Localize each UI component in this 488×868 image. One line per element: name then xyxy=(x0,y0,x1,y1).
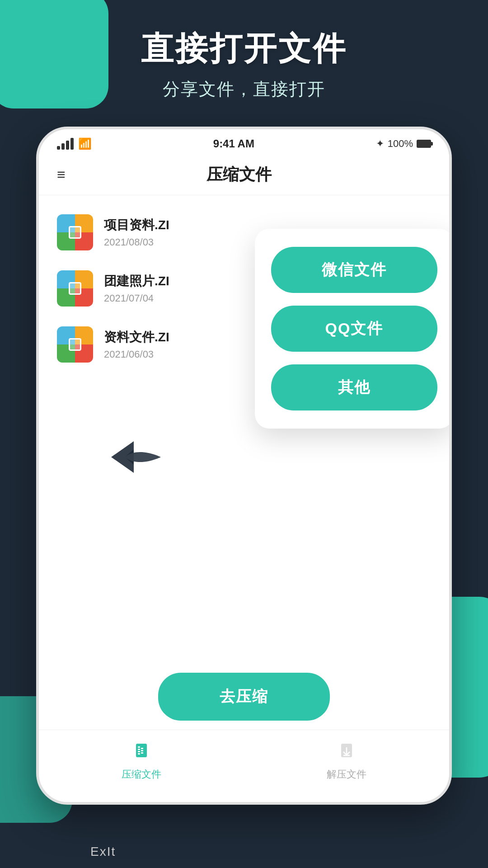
battery-icon xyxy=(417,140,431,148)
svg-rect-2 xyxy=(138,746,140,748)
phone-mockup: 📶 9:41 AM ✦ 100% ≡ 压缩文件 项目资料.ZI xyxy=(36,127,452,805)
svg-rect-5 xyxy=(138,753,140,755)
file-icon xyxy=(57,326,93,363)
tab-decompress-files[interactable]: 解压文件 xyxy=(327,742,366,781)
svg-rect-3 xyxy=(138,749,140,750)
battery-percent: 100% xyxy=(388,138,413,150)
tab-bar: 压缩文件 解压文件 xyxy=(39,730,449,802)
svg-rect-4 xyxy=(138,751,140,752)
svg-rect-7 xyxy=(141,750,143,751)
status-bar: 📶 9:41 AM ✦ 100% xyxy=(39,129,449,155)
compress-tab-icon xyxy=(132,742,150,764)
svg-rect-8 xyxy=(141,752,143,754)
tab-compress-label: 压缩文件 xyxy=(122,768,161,781)
signal-icon xyxy=(57,138,74,150)
signal-bar-4 xyxy=(70,138,74,150)
popup-card: 微信文件 QQ文件 其他 xyxy=(255,229,452,429)
hamburger-menu-icon[interactable]: ≡ xyxy=(57,166,66,183)
arrow-container xyxy=(111,437,165,479)
wifi-icon: 📶 xyxy=(78,137,92,150)
qq-file-button[interactable]: QQ文件 xyxy=(271,306,437,352)
svg-rect-6 xyxy=(141,748,143,749)
exit-button-area[interactable]: ExIt xyxy=(90,844,116,859)
other-file-button[interactable]: 其他 xyxy=(271,364,437,410)
sub-title: 分享文件，直接打开 xyxy=(0,78,488,101)
decompress-tab-icon xyxy=(338,742,356,764)
wechat-file-button[interactable]: 微信文件 xyxy=(271,247,437,293)
arrow-left-icon xyxy=(111,437,165,477)
file-icon xyxy=(57,214,93,250)
app-header: ≡ 压缩文件 xyxy=(39,155,449,195)
svg-marker-0 xyxy=(111,441,134,473)
signal-bar-1 xyxy=(57,146,60,150)
status-right: ✦ 100% xyxy=(376,138,431,150)
signal-bar-2 xyxy=(61,143,65,150)
bluetooth-icon: ✦ xyxy=(376,138,384,150)
tab-compress-files[interactable]: 压缩文件 xyxy=(122,742,161,781)
time-display: 9:41 AM xyxy=(213,137,254,150)
main-title: 直接打开文件 xyxy=(0,27,488,71)
file-icon xyxy=(57,270,93,307)
signal-bar-3 xyxy=(66,141,69,150)
exit-button[interactable]: ExIt xyxy=(90,844,116,859)
compress-button[interactable]: 去压缩 xyxy=(158,673,330,721)
header-area: 直接打开文件 分享文件，直接打开 xyxy=(0,27,488,101)
app-title: 压缩文件 xyxy=(66,164,413,186)
status-left: 📶 xyxy=(57,137,92,150)
tab-decompress-label: 解压文件 xyxy=(327,768,366,781)
bottom-action: 去压缩 xyxy=(158,673,330,721)
